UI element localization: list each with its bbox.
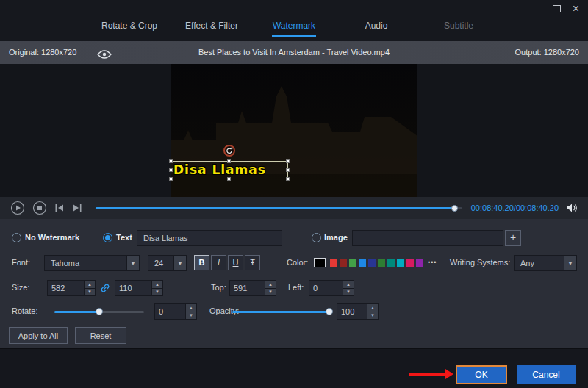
spin-down-icon[interactable]: ▼	[152, 288, 162, 296]
writing-systems-value: Any	[514, 256, 564, 270]
color-swatch[interactable]	[416, 259, 423, 267]
spin-down-icon[interactable]: ▼	[186, 312, 196, 320]
reset-button[interactable]: Reset	[75, 327, 126, 344]
link-icon[interactable]	[99, 282, 111, 297]
selected-color-swatch[interactable]	[314, 258, 326, 267]
stop-button[interactable]	[32, 201, 47, 215]
tab-audio[interactable]: Audio	[335, 15, 417, 37]
play-button[interactable]	[10, 201, 25, 215]
image-watermark-radio[interactable]	[312, 233, 321, 242]
opacity-input[interactable]	[337, 304, 367, 319]
image-watermark-label[interactable]: Image	[324, 233, 348, 242]
italic-button[interactable]: I	[211, 255, 226, 270]
spin-up-icon[interactable]: ▲	[343, 281, 354, 288]
volume-icon[interactable]	[566, 203, 578, 213]
width-spinner[interactable]: ▲▼	[47, 280, 96, 296]
more-colors-button[interactable]: •••	[428, 259, 437, 266]
selection-handle[interactable]	[169, 159, 173, 163]
prev-frame-button[interactable]	[54, 204, 65, 212]
underline-button[interactable]: U	[228, 255, 243, 270]
seek-fill	[96, 207, 455, 209]
selection-handle[interactable]	[227, 159, 231, 163]
left-spinner[interactable]: ▲▼	[309, 280, 354, 296]
rotate-handle-icon[interactable]	[223, 145, 235, 157]
color-swatch[interactable]	[368, 259, 376, 267]
selection-handle[interactable]	[286, 177, 290, 181]
text-watermark-radio[interactable]	[103, 233, 112, 242]
eye-preview-icon[interactable]	[97, 48, 112, 62]
footer: OK Cancel	[0, 348, 588, 388]
rotate-spinner[interactable]: ▲▼	[154, 303, 197, 320]
font-family-dropdown[interactable]: Tahoma ▼	[44, 255, 140, 271]
window-controls: ×	[553, 4, 579, 14]
font-label: Font:	[12, 258, 30, 267]
ok-button[interactable]: OK	[456, 365, 507, 384]
close-icon[interactable]: ×	[573, 4, 579, 14]
opacity-slider[interactable]	[232, 303, 332, 320]
selection-handle[interactable]	[286, 159, 290, 163]
chevron-down-icon[interactable]: ▼	[564, 256, 576, 270]
spin-up-icon[interactable]: ▲	[368, 304, 378, 312]
spin-down-icon[interactable]: ▼	[343, 288, 354, 296]
rotate-slider[interactable]	[54, 303, 144, 320]
spin-up-icon[interactable]: ▲	[152, 281, 162, 288]
spin-up-icon[interactable]: ▲	[85, 281, 95, 288]
bold-button[interactable]: B	[194, 255, 209, 270]
text-watermark-label[interactable]: Text	[116, 233, 132, 242]
maximize-icon[interactable]	[553, 5, 561, 12]
height-spinner[interactable]: ▲▼	[115, 280, 163, 296]
color-swatch[interactable]	[406, 259, 414, 267]
chevron-down-icon[interactable]: ▼	[126, 256, 139, 270]
spin-down-icon[interactable]: ▼	[85, 288, 95, 296]
rotate-knob[interactable]	[96, 308, 103, 315]
cancel-button[interactable]: Cancel	[517, 365, 576, 384]
tab-rotate-crop[interactable]: Rotate & Crop	[88, 15, 171, 37]
no-watermark-radio[interactable]	[12, 233, 21, 242]
watermark-text[interactable]: Disa Llamas	[173, 162, 266, 177]
size-label: Size:	[12, 283, 29, 292]
tab-watermark[interactable]: Watermark	[253, 15, 335, 37]
spin-down-icon[interactable]: ▼	[265, 288, 276, 296]
spin-down-icon[interactable]: ▼	[368, 312, 378, 320]
opacity-spinner[interactable]: ▲▼	[337, 303, 379, 320]
color-swatch[interactable]	[378, 259, 385, 267]
watermark-selection-box[interactable]: Disa Llamas	[171, 161, 288, 179]
rotate-input[interactable]	[155, 304, 185, 319]
color-swatch[interactable]	[359, 259, 366, 267]
spin-up-icon[interactable]: ▲	[265, 281, 276, 288]
writing-systems-dropdown[interactable]: Any ▼	[514, 255, 577, 271]
info-bar: Original: 1280x720 Best Places to Visit …	[0, 41, 588, 64]
selection-handle[interactable]	[227, 177, 231, 181]
selection-handle[interactable]	[169, 177, 173, 181]
next-frame-button[interactable]	[72, 204, 82, 212]
color-swatch[interactable]	[349, 259, 356, 267]
strikethrough-button[interactable]: Ŧ	[245, 255, 260, 270]
rotate-label: Rotate:	[12, 306, 37, 315]
watermark-text-input[interactable]	[137, 230, 282, 246]
video-preview[interactable]: Disa Llamas	[171, 64, 417, 197]
color-swatch[interactable]	[397, 259, 404, 267]
watermark-image-input[interactable]	[352, 230, 503, 246]
seek-slider[interactable]	[96, 200, 462, 216]
selection-handle[interactable]	[286, 168, 290, 172]
width-input[interactable]	[48, 281, 84, 295]
selection-handle[interactable]	[169, 168, 173, 172]
no-watermark-label[interactable]: No Watermark	[25, 233, 79, 242]
tab-effect-filter[interactable]: Effect & Filter	[171, 15, 253, 37]
spin-up-icon[interactable]: ▲	[186, 304, 196, 312]
tab-subtitle[interactable]: Subtitle	[417, 15, 500, 37]
chevron-down-icon[interactable]: ▼	[173, 256, 186, 270]
opacity-knob[interactable]	[326, 308, 333, 315]
color-swatch[interactable]	[387, 259, 395, 267]
top-input[interactable]	[230, 281, 265, 295]
color-swatch[interactable]	[340, 259, 347, 267]
font-row: Font: Tahoma ▼ 24 ▼ B I U Ŧ Color: ••• W…	[0, 254, 588, 272]
top-spinner[interactable]: ▲▼	[229, 280, 276, 296]
add-image-button[interactable]: +	[505, 230, 521, 246]
height-input[interactable]	[115, 281, 151, 295]
font-size-dropdown[interactable]: 24 ▼	[148, 255, 187, 271]
color-swatch[interactable]	[330, 259, 337, 267]
left-input[interactable]	[309, 281, 343, 295]
apply-to-all-button[interactable]: Apply to All	[9, 327, 68, 344]
seek-knob[interactable]	[451, 205, 458, 212]
